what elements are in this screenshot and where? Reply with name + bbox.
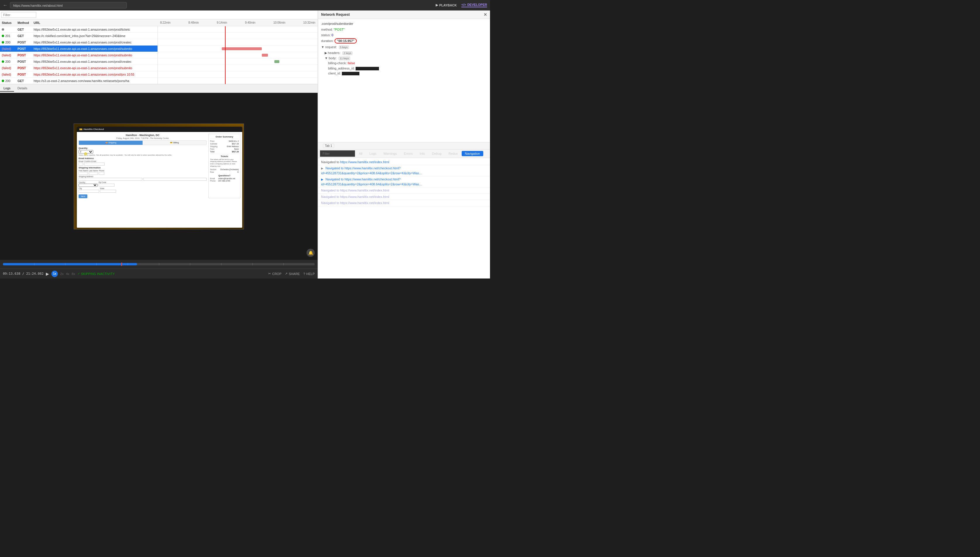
play-button[interactable]: ▶	[46, 272, 49, 276]
table-row[interactable]: 200 POST https://892kke5x11.execute-api.…	[0, 59, 157, 65]
status-cell: 200	[0, 41, 18, 44]
speed-2x[interactable]: 2x	[60, 272, 64, 275]
share-button[interactable]: ↗ SHARE	[285, 272, 300, 275]
timeline-row	[158, 33, 318, 39]
tick	[283, 263, 284, 265]
timeline-track[interactable]	[3, 263, 315, 265]
email-q-label: Email	[210, 178, 217, 179]
tab-billing[interactable]: 💳 Billing	[142, 141, 206, 145]
checkout-window: 🎫 Hamiltix Checkout Hamilton - Washingto…	[77, 127, 242, 228]
bell-button[interactable]: 🔔	[307, 249, 315, 257]
questions-title: Questions?	[210, 174, 239, 177]
first-name-input[interactable]	[78, 172, 88, 175]
btn-errors[interactable]: Errors	[400, 151, 416, 156]
method-cell: GET	[18, 28, 34, 31]
status-cell: 200	[0, 79, 18, 83]
next-button[interactable]: Next	[78, 194, 87, 198]
btn-logs[interactable]: Logs	[366, 151, 379, 156]
headers-toggle[interactable]: ▶	[325, 51, 327, 55]
btn-debug[interactable]: Debug	[429, 151, 445, 156]
console-filter-input[interactable]	[320, 150, 355, 157]
last-name-input[interactable]	[89, 172, 98, 175]
address2-input[interactable]	[143, 178, 207, 181]
table-row[interactable]: 200 POST https://892kke5x11.execute-api.…	[0, 39, 157, 46]
status-cell: (failed)	[0, 73, 18, 76]
tab1-badge: Tab 1	[323, 143, 334, 148]
address-input[interactable]	[78, 178, 142, 181]
zip-input[interactable]	[98, 184, 114, 187]
confirm-email-input[interactable]	[84, 163, 105, 166]
method-cell: POST	[18, 54, 34, 57]
table-row[interactable]: GET https://892kke5x11.execute-api.us-ea…	[0, 26, 157, 33]
country-select[interactable]	[78, 184, 98, 187]
headers-count: 2 keys	[343, 51, 353, 55]
check-icon: ✓	[77, 272, 80, 275]
btn-redux[interactable]: Redux	[445, 151, 461, 156]
speed-4x[interactable]: 4x	[66, 272, 70, 275]
country-zip-row: Country Zip Code	[78, 181, 207, 187]
request-toggle[interactable]: ▼	[321, 45, 324, 49]
price-label: Price	[210, 140, 214, 142]
url-bar[interactable]: https://www.hamiltix.net/about.html	[10, 2, 127, 8]
btn-info[interactable]: Info	[416, 151, 428, 156]
table-row[interactable]: (failed) POST https://892kke5x11.execute…	[0, 52, 157, 59]
tick	[252, 263, 253, 265]
city-label: City	[78, 187, 99, 189]
btn-all[interactable]: All	[356, 151, 366, 156]
filter-input[interactable]	[1, 12, 36, 18]
request-count: 5 keys	[339, 46, 349, 49]
request-tree-row: ▼ request: 5 keys	[321, 45, 487, 50]
code-icon: </>	[461, 3, 466, 7]
speed-badge[interactable]: 1x	[51, 270, 58, 277]
tab1-row: Tab 1	[318, 142, 490, 150]
btn-warnings[interactable]: Warnings	[380, 151, 400, 156]
table-row[interactable]: (failed) POST https://892kke5x11.execute…	[0, 71, 157, 78]
btn-navigation[interactable]: Navigation	[462, 151, 483, 156]
subtotal-row: Subtotal $817.28	[210, 143, 239, 145]
table-row[interactable]: 200 GET https://s3.us-east-2.amazonaws.c…	[0, 78, 157, 84]
phone-group: Phone	[99, 169, 104, 175]
crop-icon: ✂	[268, 272, 271, 275]
playback-button[interactable]: ▶ PLAYBACK	[436, 3, 457, 7]
tab-details[interactable]: Details	[14, 85, 31, 92]
help-icon: ?	[303, 272, 305, 275]
subtotal-label: Subtotal	[210, 143, 217, 145]
main-layout: Status Method URL 8:22min 8:48min 9:14mi…	[0, 10, 490, 278]
first-name-label: First Name	[78, 169, 88, 172]
console-tabs-bar: Logs Details	[0, 84, 318, 93]
body-toggle[interactable]: ▼	[325, 56, 328, 60]
tick	[159, 263, 159, 265]
help-button[interactable]: ? HELP	[303, 272, 315, 275]
city-input[interactable]	[78, 190, 99, 193]
developer-button[interactable]: </> DEVELOPER	[461, 3, 487, 7]
tab-logs[interactable]: Logs	[0, 85, 14, 92]
shipping-section-title: Shipping Information	[78, 166, 207, 169]
shipping-address-label: Shipping Address	[78, 176, 207, 178]
status-code: 200	[5, 79, 10, 83]
email-input[interactable]	[78, 163, 83, 166]
quantity-note: Seats will be together. Not all quantiti…	[78, 154, 207, 156]
checkout-background: 🎫 Hamiltix Checkout Hamilton - Washingto…	[74, 124, 244, 229]
table-row[interactable]: 201 GET https://c.riskified.com/client_i…	[0, 33, 157, 39]
expand-arrow[interactable]: ▶	[321, 167, 323, 170]
crop-button[interactable]: ✂ CROP	[268, 272, 281, 275]
speed-8x[interactable]: 8x	[72, 272, 75, 275]
url-cell: https://892kke5x11.execute-api.us-east-1…	[34, 47, 157, 50]
log-url: https://www.hamiltix.net/index.html	[340, 201, 389, 205]
log-url: https://www.hamiltix.net/index.html	[340, 195, 389, 199]
timeline-progress	[3, 263, 137, 265]
tab-shipping[interactable]: 🚚 Shipping	[79, 141, 142, 145]
expand-arrow[interactable]: ▶	[321, 178, 323, 181]
table-row[interactable]: (failed) POST https://892kke5x11.execute…	[0, 46, 157, 52]
play-icon: ▶	[436, 3, 438, 7]
log-entry: ▶ Navigated to https://www.hamiltix.net/…	[318, 176, 490, 187]
phone-input[interactable]	[99, 172, 104, 175]
skip-inactivity[interactable]: ✓ SKIPPING INACTIVITY	[77, 272, 115, 275]
confirm-email-group: Confirm Email	[84, 160, 105, 166]
close-button[interactable]: ✕	[483, 12, 487, 17]
state-input[interactable]	[100, 190, 116, 193]
table-row[interactable]: (failed) POST https://892kke5x11.execute…	[0, 65, 157, 71]
back-button[interactable]: ←	[3, 3, 8, 8]
timeline-row	[158, 78, 318, 84]
bottom-actions: ✂ CROP ↗ SHARE ? HELP	[268, 272, 315, 275]
